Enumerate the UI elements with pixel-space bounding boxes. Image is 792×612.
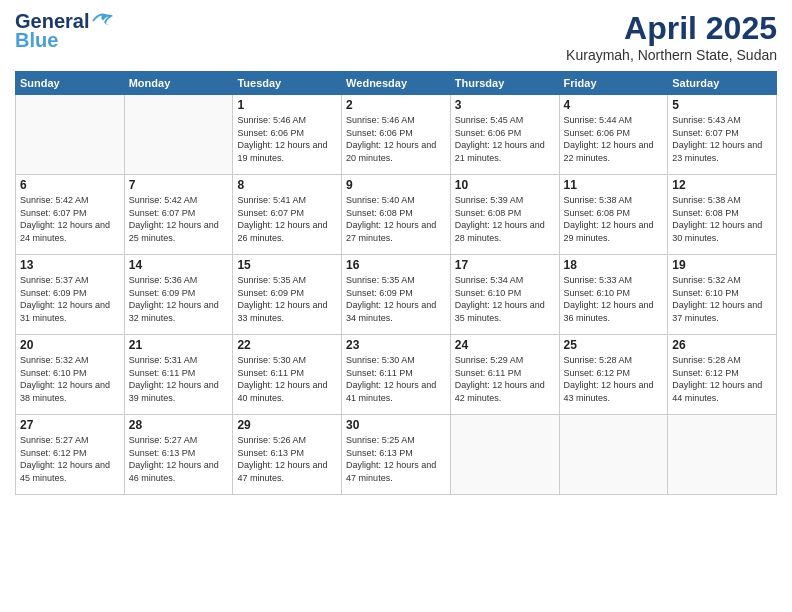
day-number: 21 [129,338,229,352]
day-info: Sunrise: 5:32 AM Sunset: 6:10 PM Dayligh… [672,274,772,324]
calendar-cell: 30Sunrise: 5:25 AM Sunset: 6:13 PM Dayli… [342,415,451,495]
day-number: 24 [455,338,555,352]
day-info: Sunrise: 5:28 AM Sunset: 6:12 PM Dayligh… [672,354,772,404]
col-sunday: Sunday [16,72,125,95]
calendar-cell [668,415,777,495]
col-wednesday: Wednesday [342,72,451,95]
calendar-cell: 1Sunrise: 5:46 AM Sunset: 6:06 PM Daylig… [233,95,342,175]
calendar-cell: 15Sunrise: 5:35 AM Sunset: 6:09 PM Dayli… [233,255,342,335]
day-info: Sunrise: 5:33 AM Sunset: 6:10 PM Dayligh… [564,274,664,324]
day-number: 8 [237,178,337,192]
calendar-cell: 13Sunrise: 5:37 AM Sunset: 6:09 PM Dayli… [16,255,125,335]
day-info: Sunrise: 5:42 AM Sunset: 6:07 PM Dayligh… [129,194,229,244]
day-info: Sunrise: 5:30 AM Sunset: 6:11 PM Dayligh… [237,354,337,404]
day-info: Sunrise: 5:43 AM Sunset: 6:07 PM Dayligh… [672,114,772,164]
calendar-cell: 12Sunrise: 5:38 AM Sunset: 6:08 PM Dayli… [668,175,777,255]
calendar-cell: 26Sunrise: 5:28 AM Sunset: 6:12 PM Dayli… [668,335,777,415]
calendar-week-row: 20Sunrise: 5:32 AM Sunset: 6:10 PM Dayli… [16,335,777,415]
day-number: 29 [237,418,337,432]
day-number: 13 [20,258,120,272]
day-number: 5 [672,98,772,112]
col-friday: Friday [559,72,668,95]
calendar-header-row: Sunday Monday Tuesday Wednesday Thursday… [16,72,777,95]
calendar-cell: 18Sunrise: 5:33 AM Sunset: 6:10 PM Dayli… [559,255,668,335]
location: Kuraymah, Northern State, Sudan [566,47,777,63]
day-number: 22 [237,338,337,352]
day-info: Sunrise: 5:31 AM Sunset: 6:11 PM Dayligh… [129,354,229,404]
logo-bird-icon [91,11,113,29]
day-info: Sunrise: 5:38 AM Sunset: 6:08 PM Dayligh… [672,194,772,244]
day-number: 20 [20,338,120,352]
calendar-week-row: 6Sunrise: 5:42 AM Sunset: 6:07 PM Daylig… [16,175,777,255]
calendar-cell: 29Sunrise: 5:26 AM Sunset: 6:13 PM Dayli… [233,415,342,495]
header: General Blue April 2025 Kuraymah, Northe… [15,10,777,63]
day-number: 10 [455,178,555,192]
calendar-cell [559,415,668,495]
day-info: Sunrise: 5:28 AM Sunset: 6:12 PM Dayligh… [564,354,664,404]
calendar-cell: 22Sunrise: 5:30 AM Sunset: 6:11 PM Dayli… [233,335,342,415]
page: General Blue April 2025 Kuraymah, Northe… [0,0,792,612]
day-info: Sunrise: 5:46 AM Sunset: 6:06 PM Dayligh… [346,114,446,164]
month-year: April 2025 [566,10,777,47]
day-number: 2 [346,98,446,112]
calendar-cell: 7Sunrise: 5:42 AM Sunset: 6:07 PM Daylig… [124,175,233,255]
day-number: 18 [564,258,664,272]
day-info: Sunrise: 5:41 AM Sunset: 6:07 PM Dayligh… [237,194,337,244]
calendar-cell [16,95,125,175]
calendar-cell: 2Sunrise: 5:46 AM Sunset: 6:06 PM Daylig… [342,95,451,175]
day-number: 4 [564,98,664,112]
day-info: Sunrise: 5:34 AM Sunset: 6:10 PM Dayligh… [455,274,555,324]
day-info: Sunrise: 5:44 AM Sunset: 6:06 PM Dayligh… [564,114,664,164]
day-number: 16 [346,258,446,272]
calendar-cell: 17Sunrise: 5:34 AM Sunset: 6:10 PM Dayli… [450,255,559,335]
day-info: Sunrise: 5:25 AM Sunset: 6:13 PM Dayligh… [346,434,446,484]
calendar-cell: 11Sunrise: 5:38 AM Sunset: 6:08 PM Dayli… [559,175,668,255]
logo-blue: Blue [15,29,58,52]
col-thursday: Thursday [450,72,559,95]
calendar-cell [124,95,233,175]
day-number: 25 [564,338,664,352]
day-number: 11 [564,178,664,192]
calendar-cell: 9Sunrise: 5:40 AM Sunset: 6:08 PM Daylig… [342,175,451,255]
day-number: 17 [455,258,555,272]
day-info: Sunrise: 5:35 AM Sunset: 6:09 PM Dayligh… [237,274,337,324]
day-number: 3 [455,98,555,112]
day-info: Sunrise: 5:37 AM Sunset: 6:09 PM Dayligh… [20,274,120,324]
col-monday: Monday [124,72,233,95]
calendar-cell: 20Sunrise: 5:32 AM Sunset: 6:10 PM Dayli… [16,335,125,415]
day-number: 30 [346,418,446,432]
day-info: Sunrise: 5:27 AM Sunset: 6:13 PM Dayligh… [129,434,229,484]
calendar-cell: 28Sunrise: 5:27 AM Sunset: 6:13 PM Dayli… [124,415,233,495]
calendar-cell: 21Sunrise: 5:31 AM Sunset: 6:11 PM Dayli… [124,335,233,415]
calendar-cell [450,415,559,495]
day-info: Sunrise: 5:46 AM Sunset: 6:06 PM Dayligh… [237,114,337,164]
day-info: Sunrise: 5:42 AM Sunset: 6:07 PM Dayligh… [20,194,120,244]
day-number: 14 [129,258,229,272]
day-number: 12 [672,178,772,192]
day-info: Sunrise: 5:35 AM Sunset: 6:09 PM Dayligh… [346,274,446,324]
day-number: 15 [237,258,337,272]
day-number: 7 [129,178,229,192]
day-info: Sunrise: 5:40 AM Sunset: 6:08 PM Dayligh… [346,194,446,244]
calendar-week-row: 13Sunrise: 5:37 AM Sunset: 6:09 PM Dayli… [16,255,777,335]
calendar-week-row: 27Sunrise: 5:27 AM Sunset: 6:12 PM Dayli… [16,415,777,495]
calendar: Sunday Monday Tuesday Wednesday Thursday… [15,71,777,495]
day-info: Sunrise: 5:39 AM Sunset: 6:08 PM Dayligh… [455,194,555,244]
calendar-cell: 27Sunrise: 5:27 AM Sunset: 6:12 PM Dayli… [16,415,125,495]
calendar-cell: 10Sunrise: 5:39 AM Sunset: 6:08 PM Dayli… [450,175,559,255]
day-number: 6 [20,178,120,192]
calendar-cell: 6Sunrise: 5:42 AM Sunset: 6:07 PM Daylig… [16,175,125,255]
calendar-week-row: 1Sunrise: 5:46 AM Sunset: 6:06 PM Daylig… [16,95,777,175]
calendar-cell: 19Sunrise: 5:32 AM Sunset: 6:10 PM Dayli… [668,255,777,335]
col-saturday: Saturday [668,72,777,95]
calendar-cell: 5Sunrise: 5:43 AM Sunset: 6:07 PM Daylig… [668,95,777,175]
day-info: Sunrise: 5:36 AM Sunset: 6:09 PM Dayligh… [129,274,229,324]
calendar-cell: 8Sunrise: 5:41 AM Sunset: 6:07 PM Daylig… [233,175,342,255]
calendar-cell: 23Sunrise: 5:30 AM Sunset: 6:11 PM Dayli… [342,335,451,415]
day-info: Sunrise: 5:26 AM Sunset: 6:13 PM Dayligh… [237,434,337,484]
day-number: 1 [237,98,337,112]
col-tuesday: Tuesday [233,72,342,95]
logo: General Blue [15,10,113,52]
day-number: 26 [672,338,772,352]
day-info: Sunrise: 5:45 AM Sunset: 6:06 PM Dayligh… [455,114,555,164]
